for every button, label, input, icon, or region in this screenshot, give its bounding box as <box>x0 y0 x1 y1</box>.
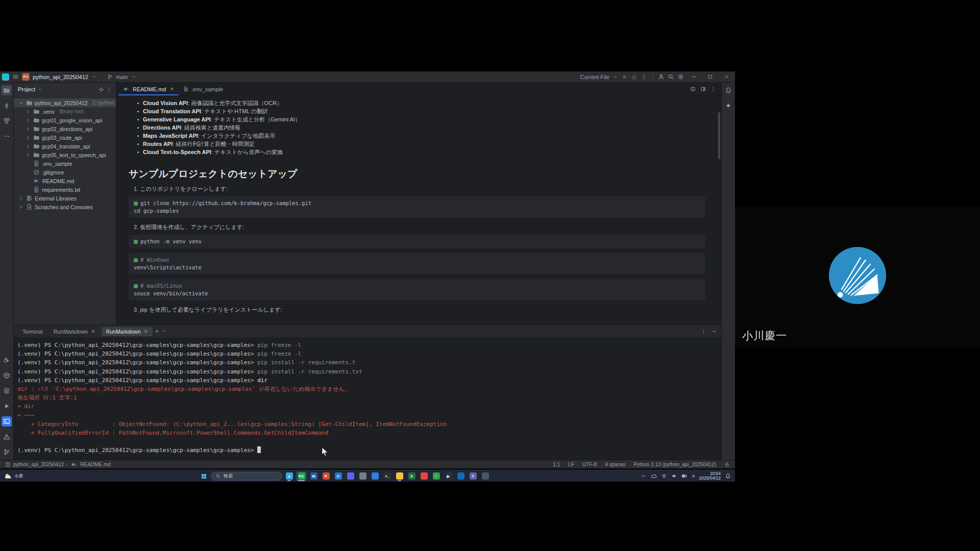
run-icon[interactable] <box>2 401 12 411</box>
notification-bell-icon[interactable] <box>725 473 731 479</box>
lock-icon[interactable] <box>724 462 730 467</box>
tree-item-venv[interactable]: .venvlibrary root <box>14 107 116 116</box>
taskbar-app-discord[interactable] <box>345 471 356 481</box>
chevron-down-icon[interactable] <box>612 74 618 80</box>
volume-icon[interactable] <box>671 473 677 479</box>
chevron-down-icon[interactable] <box>37 87 43 92</box>
tree-item-env-sample[interactable]: .env_sample <box>14 159 116 168</box>
run-config-selector[interactable]: Current File <box>580 74 609 80</box>
taskbar-app-media-player[interactable]: ▶ <box>443 471 454 481</box>
preview-layout-icon[interactable] <box>700 86 706 92</box>
project-selector[interactable]: python_api_20250412 <box>33 74 88 80</box>
chevron-right-icon[interactable] <box>18 195 24 202</box>
taskbar-app-file-explorer[interactable] <box>394 471 405 481</box>
statusbar-item-4-spaces[interactable]: 4 spaces <box>605 462 625 467</box>
taskbar-app-settings[interactable] <box>357 471 368 481</box>
settings-gear-icon[interactable] <box>677 73 684 80</box>
project-icon[interactable] <box>2 85 12 95</box>
taskbar-app-chrome[interactable] <box>419 471 429 481</box>
terminal-tab-chevron-icon[interactable] <box>161 329 167 334</box>
taskbar-search[interactable]: 検索 <box>211 472 282 481</box>
search-everywhere-icon[interactable] <box>668 73 674 80</box>
taskbar-app-pycharm[interactable]: PC <box>296 471 307 481</box>
editor-layout-icon[interactable] <box>690 86 696 92</box>
ai-assistant-icon[interactable] <box>723 101 733 111</box>
structure-icon[interactable] <box>2 116 12 126</box>
breadcrumb-file[interactable]: README.md <box>80 462 110 467</box>
main-menu-icon[interactable] <box>12 73 19 80</box>
tree-item-gcp05-text-to-speech-api[interactable]: gcp05_text_to_speech_api <box>14 151 116 159</box>
tree-item-external-libraries[interactable]: External Libraries <box>14 194 116 203</box>
close-tab-icon[interactable]: ✕ <box>91 329 95 334</box>
project-panel-title[interactable]: Project <box>18 86 35 92</box>
breadcrumb-project[interactable]: python_api_20250412 <box>13 462 64 467</box>
statusbar-item-python-3-13-python-api-20250412[interactable]: Python 3.13 (python_api_20250412) <box>633 462 716 467</box>
tab-options-icon[interactable] <box>710 86 716 92</box>
taskbar-app-store[interactable] <box>370 471 380 481</box>
statusbar-item-utf-8[interactable]: UTF-8 <box>582 462 597 467</box>
problems-icon[interactable] <box>2 432 12 442</box>
terminal-output[interactable]: (.venv) PS C:\python_api_20250412\gcp-sa… <box>14 338 721 460</box>
editor-scrollbar[interactable] <box>718 112 720 159</box>
version-control-icon[interactable] <box>2 447 12 457</box>
wifi-icon[interactable] <box>661 473 667 479</box>
taskbar-app-outlook[interactable]: O <box>333 471 344 481</box>
terminal-tab-runmarkdown[interactable]: RunMarkdown✕ <box>102 327 153 336</box>
tray-overflow-icon[interactable] <box>641 473 647 479</box>
locate-file-icon[interactable] <box>99 87 104 92</box>
code-with-me-icon[interactable] <box>658 73 665 80</box>
more-tool-windows-icon[interactable] <box>2 131 12 141</box>
more-actions-icon[interactable] <box>641 73 647 80</box>
chevron-down-icon[interactable] <box>91 74 97 80</box>
editor-tab-env-sample[interactable]: .env_sample <box>179 83 228 95</box>
ime-indicator[interactable]: A <box>692 473 695 479</box>
tree-item-gcp02-directions-api[interactable]: gcp02_directions_api <box>14 124 116 133</box>
chevron-right-icon[interactable] <box>25 126 31 132</box>
terminal-tab-runmarkdown[interactable]: RunMarkdown✕ <box>49 327 100 336</box>
close-button[interactable] <box>720 72 733 82</box>
tree-item-gitignore[interactable]: .gitignore <box>14 168 116 177</box>
taskbar-clock[interactable]: 10:54 2025/04/12 <box>699 471 721 481</box>
battery-icon[interactable] <box>681 473 688 479</box>
weather-widget[interactable]: 今夜 <box>4 472 23 480</box>
chevron-right-icon[interactable] <box>25 143 31 149</box>
run-button[interactable] <box>621 73 628 80</box>
taskbar-app-calculator[interactable] <box>480 471 491 481</box>
tree-item-python-api-20250412[interactable]: python_api_20250412C:\python_api_2025041… <box>14 98 116 107</box>
chevron-down-icon[interactable] <box>131 74 137 80</box>
taskbar-app-windows-terminal[interactable]: >_ <box>382 471 393 481</box>
python-packages-icon[interactable] <box>2 370 12 381</box>
taskbar-app-todo[interactable]: ✓ <box>431 471 442 481</box>
window-icon[interactable] <box>5 462 11 467</box>
taskbar-app-excel[interactable]: X <box>406 471 417 481</box>
close-tab-icon[interactable]: ✕ <box>169 86 174 92</box>
panel-options-icon[interactable] <box>106 87 112 92</box>
tree-item-requirements-txt[interactable]: requirements.txt <box>14 185 116 194</box>
tree-item-readme-md[interactable]: M↓README.md <box>14 177 116 185</box>
taskbar-app-edge[interactable]: e <box>284 471 295 481</box>
chevron-right-icon[interactable] <box>25 135 31 141</box>
chevron-down-icon[interactable] <box>18 100 24 106</box>
terminal-tab-terminal[interactable]: Terminal <box>18 327 47 336</box>
terminal-options-icon[interactable] <box>701 329 706 334</box>
new-terminal-tab-icon[interactable] <box>154 329 160 334</box>
project-badge[interactable]: P2 <box>22 73 30 81</box>
start-button[interactable] <box>198 471 209 481</box>
minimize-button[interactable] <box>687 72 700 82</box>
branch-selector[interactable]: main <box>116 74 128 80</box>
commit-icon[interactable] <box>2 101 12 111</box>
taskbar-app-powerpoint[interactable]: P <box>321 471 331 481</box>
chevron-right-icon[interactable] <box>25 117 31 123</box>
onedrive-icon[interactable] <box>651 473 657 479</box>
debug-button[interactable] <box>631 73 638 80</box>
terminal-minimize-icon[interactable] <box>712 329 717 334</box>
dependencies-icon[interactable] <box>2 386 12 396</box>
statusbar-item-lf[interactable]: LF <box>568 462 574 467</box>
chevron-right-icon[interactable] <box>25 109 31 115</box>
taskbar-app-mail[interactable] <box>455 471 466 481</box>
tree-item-scratches-and-consoles[interactable]: Scratches and Consoles <box>14 203 116 211</box>
tree-item-gcp01-google-vision-api[interactable]: gcp01_google_vision_api <box>14 116 116 124</box>
taskbar-app-teams[interactable]: T <box>468 471 478 481</box>
chevron-right-icon[interactable] <box>18 204 24 210</box>
statusbar-item-1-1[interactable]: 1:1 <box>553 462 560 467</box>
